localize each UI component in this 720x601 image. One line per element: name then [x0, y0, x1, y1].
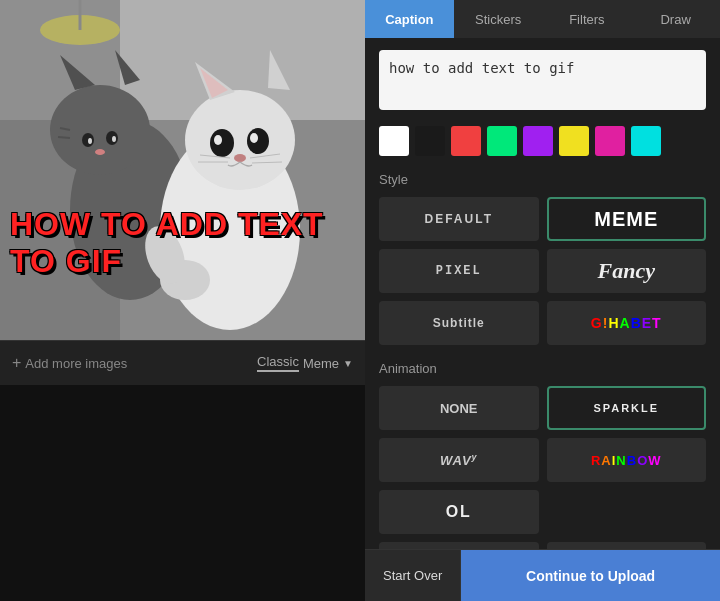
- style-subtitle-btn[interactable]: Subtitle: [379, 301, 539, 345]
- tab-stickers[interactable]: Stickers: [454, 0, 543, 38]
- svg-line-15: [58, 137, 70, 138]
- style-default-btn[interactable]: DEFAULT: [379, 197, 539, 241]
- svg-point-21: [210, 129, 234, 157]
- style-meme-btn[interactable]: MEME: [547, 197, 707, 241]
- continue-button[interactable]: Continue to Upload: [461, 550, 720, 601]
- right-panel: Caption Stickers Filters Draw how to add…: [365, 0, 720, 601]
- add-more-label: Add more images: [25, 356, 127, 371]
- svg-point-23: [214, 135, 222, 145]
- swatch-cyan[interactable]: [631, 126, 661, 156]
- left-bottom-area: [0, 385, 365, 601]
- gif-overlay-text: HOW TO ADD TEXT TO GIF: [10, 206, 365, 280]
- tab-draw[interactable]: Draw: [631, 0, 720, 38]
- svg-point-24: [250, 133, 258, 143]
- anim-sparkle-btn[interactable]: SPARKLE: [547, 386, 707, 430]
- start-over-button[interactable]: Start Over: [365, 550, 461, 601]
- anim-glitch-btn[interactable]: ✦GLITCH: [547, 542, 707, 549]
- anim-ol-btn[interactable]: OL: [379, 490, 539, 534]
- swatch-yellow[interactable]: [559, 126, 589, 156]
- bottom-actions: Start Over Continue to Upload: [365, 549, 720, 601]
- content-area: how to add text to gif Style DEFAULT MEM…: [365, 38, 720, 549]
- style-meme-label[interactable]: Meme: [303, 356, 339, 371]
- svg-point-17: [185, 90, 295, 190]
- tab-filters[interactable]: Filters: [543, 0, 632, 38]
- dropdown-arrow-icon[interactable]: ▼: [343, 358, 353, 369]
- swatch-pink[interactable]: [595, 126, 625, 156]
- tab-caption[interactable]: Caption: [365, 0, 454, 38]
- swatch-white[interactable]: [379, 126, 409, 156]
- style-selector: Classic Meme ▼: [257, 354, 353, 372]
- style-alphabet-btn[interactable]: G!HABET: [547, 301, 707, 345]
- anim-none-btn[interactable]: NONE: [379, 386, 539, 430]
- gif-preview: HOW TO ADD TEXT TO GIF: [0, 0, 365, 340]
- anim-wavy-btn[interactable]: WAVy: [379, 438, 539, 482]
- swatch-black[interactable]: [415, 126, 445, 156]
- svg-point-12: [112, 136, 116, 142]
- svg-point-13: [95, 149, 105, 155]
- style-classic-label[interactable]: Classic: [257, 354, 299, 372]
- style-section-label: Style: [379, 172, 706, 187]
- bottom-bar: + Add more images Classic Meme ▼: [0, 340, 365, 385]
- style-pixel-btn[interactable]: PIXEL: [379, 249, 539, 293]
- swatch-green[interactable]: [487, 126, 517, 156]
- animation-grid: NONE SPARKLE WAVy RAINBOW OL TYPING ✦G: [379, 386, 706, 549]
- svg-point-9: [82, 133, 94, 147]
- animation-section-label: Animation: [379, 361, 706, 376]
- swatch-red[interactable]: [451, 126, 481, 156]
- style-fancy-btn[interactable]: Fancy: [547, 249, 707, 293]
- swatch-purple[interactable]: [523, 126, 553, 156]
- anim-typing-btn[interactable]: TYPING: [379, 542, 539, 549]
- add-more-button[interactable]: + Add more images: [12, 354, 127, 372]
- tabs-bar: Caption Stickers Filters Draw: [365, 0, 720, 38]
- svg-point-10: [106, 131, 118, 145]
- svg-point-22: [247, 128, 269, 154]
- anim-rainbow-btn[interactable]: RAINBOW: [547, 438, 707, 482]
- svg-point-25: [234, 154, 246, 162]
- plus-icon: +: [12, 354, 21, 372]
- color-swatches: [379, 126, 706, 156]
- left-panel: HOW TO ADD TEXT TO GIF + Add more images…: [0, 0, 365, 601]
- style-grid: DEFAULT MEME PIXEL Fancy Subtitle G!HABE…: [379, 197, 706, 345]
- caption-textarea[interactable]: how to add text to gif: [379, 50, 706, 110]
- svg-point-11: [88, 138, 92, 144]
